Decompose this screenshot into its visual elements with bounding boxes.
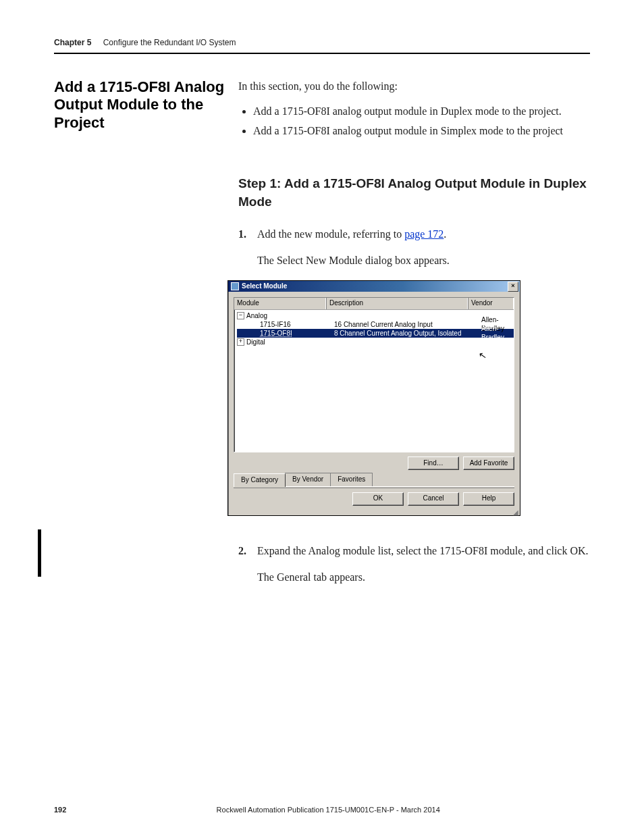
intro-bullets: Add a 1715-OF8I analog output module in … (238, 103, 590, 138)
find-button[interactable]: Find… (408, 457, 459, 470)
chapter-title: Configure the Redundant I/O System (103, 38, 236, 47)
module-name: 1715-OF8I (237, 329, 292, 338)
dialog-action-row: OK Cancel Help (234, 492, 514, 506)
select-module-dialog-figure: Select Module × Module (227, 280, 525, 516)
module-name: 1715-IF16 (237, 320, 291, 329)
step-text: Add the new module, referring to page 17… (257, 226, 590, 532)
tree-node-1715-IF16[interactable]: 1715-IF16 16 Channel Current Analog Inpu… (237, 320, 514, 329)
col-description[interactable]: Description (326, 298, 468, 309)
find-row: Find… Add Favorite (234, 457, 514, 470)
col-module[interactable]: Module (234, 298, 326, 309)
add-favorite-button[interactable]: Add Favorite (463, 457, 514, 470)
module-tree: − Analog 1715-IF16 16 Channel (234, 310, 514, 346)
tree-node-1715-OF8I[interactable]: 1715-OF8I 8 Channel Current Analog Outpu… (237, 329, 514, 338)
filter-tabs: By Category By Vendor Favorites (234, 473, 514, 486)
step1-text-a: Add the new module, referring to (257, 228, 404, 240)
body-column: In this section, you do the following: A… (238, 78, 590, 606)
step2-para2: The General tab appears. (257, 569, 590, 585)
step-list: 1. Add the new module, referring to page… (238, 226, 590, 596)
page-number: 192 (54, 806, 66, 814)
page-link[interactable]: page 172 (404, 228, 444, 240)
module-vendor: Allen-Bradley (479, 324, 514, 342)
module-desc: 8 Channel Current Analog Output, Isolate… (331, 329, 479, 338)
close-icon: × (511, 282, 514, 289)
step-heading: Step 1: Add a 1715-OF8I Analog Output Mo… (238, 174, 590, 211)
dialog-titlebar[interactable]: Select Module × (228, 281, 520, 292)
help-button[interactable]: Help (463, 492, 514, 506)
app-icon (231, 282, 239, 290)
resize-grip-icon[interactable]: ◢ (228, 510, 520, 515)
dialog-title: Select Module (242, 282, 287, 292)
expander-minus-icon[interactable]: − (237, 312, 244, 319)
section: Add a 1715-OF8I Analog Output Module to … (54, 78, 590, 606)
section-heading: Add a 1715-OF8I Analog Output Module to … (54, 78, 238, 132)
tab-by-category[interactable]: By Category (234, 473, 286, 487)
change-bar (38, 529, 41, 577)
running-header: Chapter 5 Configure the Redundant I/O Sy… (54, 38, 590, 54)
expander-plus-icon[interactable]: + (237, 338, 244, 346)
module-desc: 16 Channel Current Analog Input (331, 320, 479, 329)
tree-label: Analog (246, 311, 267, 320)
ok-button[interactable]: OK (352, 492, 404, 506)
step-item: 2. Expand the Analog module list, select… (238, 543, 590, 596)
step1-para2: The Select New Module dialog box appears… (257, 253, 590, 268)
module-tree-grid[interactable]: Module Description Vendor − (234, 297, 514, 452)
col-vendor[interactable]: Vendor (468, 298, 514, 309)
dialog-body: Module Description Vendor − (228, 292, 520, 510)
step-number: 2. (238, 543, 257, 596)
tree-node-digital[interactable]: + Digital (237, 338, 514, 346)
step-item: 1. Add the new module, referring to page… (238, 226, 590, 532)
step1-text-b: . (444, 228, 446, 240)
tree-node-analog[interactable]: − Analog (237, 311, 514, 320)
bullet-item: Add a 1715-OF8I analog output module in … (253, 123, 590, 138)
grid-header: Module Description Vendor (234, 298, 514, 310)
publication-id: Rockwell Automation Publication 1715-UM0… (66, 806, 590, 814)
close-button[interactable]: × (508, 282, 518, 292)
step-text: Expand the Analog module list, select th… (257, 543, 590, 596)
tab-favorites[interactable]: Favorites (330, 473, 373, 486)
chapter-label: Chapter 5 (54, 38, 91, 47)
tree-label: Digital (246, 338, 265, 346)
bullet-item: Add a 1715-OF8I analog output module in … (253, 103, 590, 119)
page-footer: 192 Rockwell Automation Publication 1715… (54, 806, 590, 814)
cancel-button[interactable]: Cancel (408, 492, 459, 506)
select-module-dialog: Select Module × Module (227, 280, 520, 516)
tab-by-vendor[interactable]: By Vendor (285, 473, 331, 486)
page: Chapter 5 Configure the Redundant I/O Sy… (0, 0, 644, 834)
step2-text: Expand the Analog module list, select th… (257, 543, 590, 558)
intro-text: In this section, you do the following: (238, 78, 590, 94)
